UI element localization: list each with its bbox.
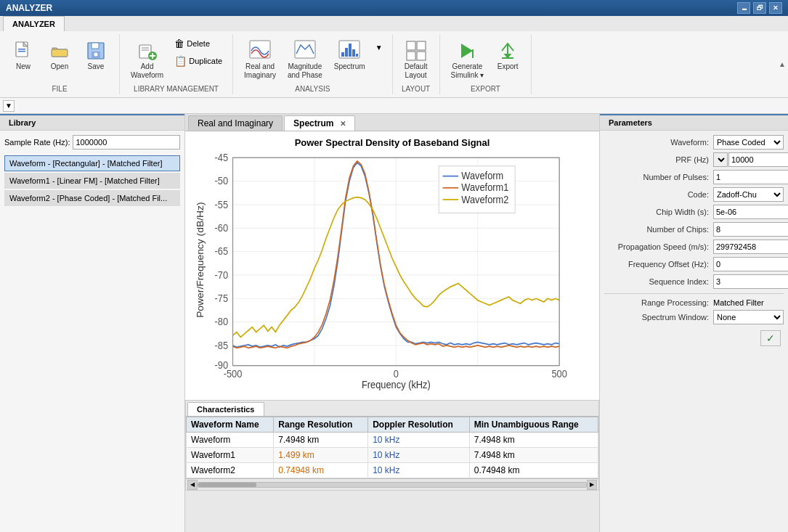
svg-point-7 [94, 53, 98, 57]
horizontal-scrollbar[interactable]: ◀ ▶ [186, 478, 598, 490]
default-layout-icon [405, 39, 428, 62]
analysis-more-icon: ▼ [375, 44, 383, 52]
waveform-item-1[interactable]: Waveform1 - [Linear FM] - [Matched Filte… [4, 173, 180, 189]
library-tab[interactable]: Library [0, 114, 184, 131]
chart-title: Power Spectral Density of Baseband Signa… [194, 137, 590, 148]
magnitude-phase-icon [293, 39, 317, 62]
waveform-item-0[interactable]: Waveform - [Rectangular] - [Matched Filt… [4, 155, 180, 171]
scroll-right-btn[interactable]: ▶ [587, 480, 597, 490]
tab-spectrum-close[interactable]: ✕ [340, 120, 346, 128]
sample-rate-input[interactable] [73, 135, 180, 150]
scroll-thumb[interactable] [198, 483, 256, 487]
ribbon-collapse-btn[interactable]: ▲ [776, 34, 788, 94]
row2-doppler: 10 kHz [368, 463, 470, 478]
spectrum-button[interactable]: Spectrum [329, 36, 370, 75]
characteristics-tab[interactable]: Characteristics [187, 402, 264, 416]
spectrum-icon [338, 39, 361, 62]
formula-bar: ▼ [0, 98, 788, 114]
new-label: New [16, 62, 31, 71]
real-imaginary-button[interactable]: Real andImaginary [239, 36, 281, 83]
duplicate-button[interactable]: 📋 Duplicate [170, 53, 227, 69]
scroll-left-btn[interactable]: ◀ [187, 480, 198, 490]
param-specwindow-select[interactable]: None Hann Hamming [713, 310, 784, 324]
param-chipwidth-label: Chip Width (s): [604, 208, 713, 216]
delete-button[interactable]: 🗑 Delete [170, 36, 227, 52]
apply-button[interactable]: ✓ [760, 330, 781, 346]
param-pulses-row: Number of Pulses: [604, 170, 784, 184]
row2-name: Waveform2 [187, 463, 274, 478]
param-prf-label: PRF (Hz) [604, 155, 713, 164]
param-propspeed-input[interactable] [713, 240, 788, 254]
waveform-item-2[interactable]: Waveform2 - [Phase Coded] - [Matched Fil… [4, 190, 180, 206]
scroll-track [198, 482, 587, 488]
svg-rect-18 [345, 48, 348, 57]
char-row-1: Waveform1 1.499 km 10 kHz 7.4948 km [187, 448, 598, 463]
main-content: Real and Imaginary Spectrum ✕ Power Spec… [185, 114, 599, 532]
export-icon [496, 39, 519, 62]
save-icon [84, 39, 107, 62]
magnitude-phase-button[interactable]: Magnitudeand Phase [283, 36, 328, 83]
param-prf-unit-select[interactable]: ▼ [713, 152, 728, 167]
analysis-more-button[interactable]: ▼ [372, 36, 386, 54]
row1-minrange: 7.4948 km [469, 448, 598, 463]
row2-range: 0.74948 km [274, 463, 368, 478]
param-chips-label: Number of Chips: [604, 225, 713, 234]
main-layout: Library Sample Rate (Hz): Waveform - [Re… [0, 114, 788, 532]
param-rangeproc-label: Range Processing: [604, 298, 713, 307]
save-button[interactable]: Save [78, 36, 113, 75]
delete-icon: 🗑 [174, 38, 184, 49]
svg-text:-65: -65 [215, 246, 229, 258]
new-button[interactable]: New [6, 36, 41, 75]
param-chipwidth-input[interactable] [713, 205, 788, 219]
minimize-btn[interactable]: 🗕 [737, 2, 750, 14]
open-icon [48, 39, 71, 62]
ribbon-group-analysis: Real andImaginary Magnitudeand Phase Spe… [233, 34, 393, 94]
param-chips-input[interactable] [713, 222, 788, 237]
param-code-select[interactable]: Zadoff-Chu [713, 187, 784, 202]
param-pulses-input[interactable] [713, 170, 788, 184]
char-header-row: Waveform Name Range Resolution Doppler R… [187, 417, 598, 433]
svg-rect-20 [352, 49, 355, 57]
param-freqoffset-row: Frequency Offset (Hz): [604, 257, 784, 271]
close-btn[interactable]: ✕ [769, 2, 782, 14]
svg-text:-85: -85 [215, 340, 229, 351]
svg-rect-19 [349, 44, 352, 57]
tab-spectrum[interactable]: Spectrum ✕ [284, 115, 355, 131]
generate-simulink-label: GenerateSimulink ▾ [451, 62, 484, 80]
export-button[interactable]: Export [490, 36, 525, 75]
col-doppler-res: Doppler Resolution [368, 417, 470, 433]
characteristics-table: Waveform Name Range Resolution Doppler R… [186, 417, 598, 478]
param-code-label: Code: [604, 190, 713, 199]
row1-doppler: 10 kHz [368, 448, 470, 463]
col-range-res: Range Resolution [274, 417, 368, 433]
chart-area: Power Spectral Density of Baseband Signa… [185, 131, 599, 400]
content-tabs: Real and Imaginary Spectrum ✕ [185, 114, 599, 131]
param-pulses-label: Number of Pulses: [604, 173, 713, 181]
export-label: Export [497, 62, 519, 71]
svg-rect-17 [341, 52, 344, 57]
ribbon-tab-analyzer[interactable]: ANALYZER [3, 16, 65, 31]
svg-text:-55: -55 [215, 199, 229, 210]
param-waveform-select[interactable]: Phase Coded [713, 135, 784, 150]
export-group-label: EXPORT [471, 85, 500, 93]
row2-minrange: 0.74948 km [469, 463, 598, 478]
restore-btn[interactable]: 🗗 [753, 2, 766, 14]
real-imaginary-icon [248, 39, 272, 62]
generate-simulink-button[interactable]: GenerateSimulink ▾ [446, 36, 490, 83]
formula-collapse-btn[interactable]: ▼ [3, 100, 15, 112]
export-buttons: GenerateSimulink ▾ Export [446, 36, 526, 83]
library-buttons: AddWaveform 🗑 Delete 📋 Duplicate [126, 36, 227, 83]
add-waveform-button[interactable]: AddWaveform [126, 36, 168, 83]
parameters-tab[interactable]: Parameters [600, 114, 788, 131]
open-label: Open [51, 62, 68, 71]
param-seqindex-input[interactable] [713, 274, 788, 289]
svg-marker-26 [461, 44, 473, 58]
ribbon-group-file: New Open Save FILE [0, 34, 120, 94]
open-button[interactable]: Open [42, 36, 77, 75]
param-prf-input[interactable] [728, 152, 788, 167]
default-layout-label: DefaultLayout [405, 62, 428, 80]
spectrum-label: Spectrum [334, 62, 365, 71]
param-freqoffset-input[interactable] [713, 257, 788, 271]
default-layout-button[interactable]: DefaultLayout [399, 36, 434, 83]
tab-real-imaginary[interactable]: Real and Imaginary [188, 115, 283, 131]
